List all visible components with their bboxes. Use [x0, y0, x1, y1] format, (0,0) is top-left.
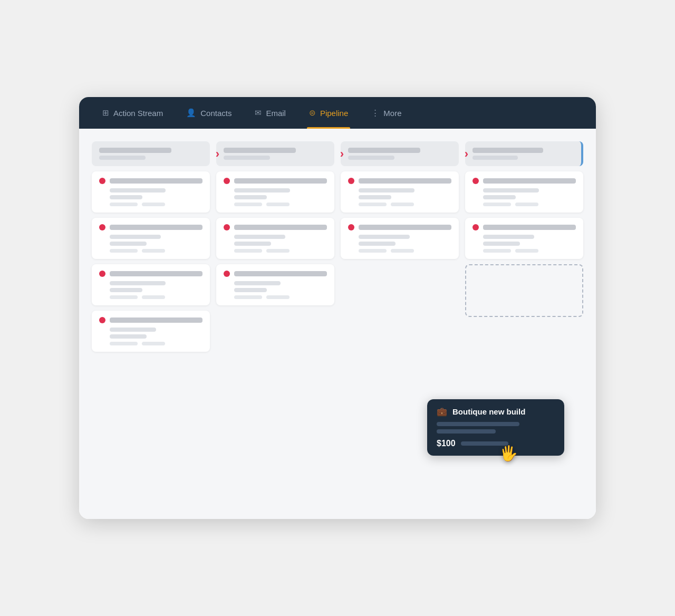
col-header-1: › [92, 141, 210, 166]
card-bottom-line [110, 249, 138, 253]
card-bottom-line [266, 203, 290, 206]
pipeline-card[interactable] [465, 218, 583, 259]
contacts-icon: 👤 [186, 108, 196, 118]
pipeline-card[interactable] [465, 171, 583, 213]
card-bottom-line [110, 203, 138, 206]
card-sub-line [359, 188, 414, 192]
pipeline-card[interactable] [92, 311, 210, 352]
card-sub-line [110, 334, 147, 339]
drag-tooltip: 💼 Boutique new build $100 [427, 399, 564, 456]
col-arrow-2: › [340, 147, 344, 161]
col-header-2: › [216, 141, 334, 166]
nav-label-more: More [383, 109, 401, 118]
card-sub-line [483, 242, 520, 246]
card-sub-line [110, 328, 156, 332]
card-bottom-line [483, 249, 511, 253]
pipeline-column-2: › [216, 141, 334, 357]
pipeline-card[interactable] [216, 171, 334, 213]
card-bottom-line [142, 295, 165, 299]
col-header-line2-4 [472, 156, 518, 160]
nav-label-pipeline: Pipeline [320, 109, 348, 118]
pipeline-card[interactable] [92, 264, 210, 305]
card-dot [348, 224, 354, 230]
app-window: ⊞ Action Stream 👤 Contacts ✉ Email ⊜ Pip… [79, 97, 596, 519]
pipeline-card[interactable] [92, 171, 210, 213]
card-bottom-line [142, 203, 165, 206]
card-bottom-line [110, 295, 138, 299]
card-title-line [483, 178, 576, 184]
col-header-line1-4 [472, 148, 543, 153]
col-header-line1-2 [224, 148, 296, 153]
pipeline-column-3: › [341, 141, 459, 357]
card-sub-line [110, 188, 166, 192]
card-bottom-line [515, 249, 538, 253]
card-bottom-line [110, 342, 138, 345]
card-bottom-line [142, 249, 165, 253]
nav-label-contacts: Contacts [200, 109, 232, 118]
card-sub-line [110, 195, 142, 199]
pipeline-card[interactable] [92, 218, 210, 259]
card-bottom-line [515, 203, 538, 206]
card-sub-line [359, 235, 410, 239]
card-dot [224, 224, 230, 230]
col-header-line1-1 [99, 148, 171, 153]
nav-item-contacts[interactable]: 👤 Contacts [176, 97, 242, 129]
tooltip-line-1 [437, 422, 519, 426]
card-bottom-line [142, 342, 165, 345]
nav-bar: ⊞ Action Stream 👤 Contacts ✉ Email ⊜ Pip… [79, 97, 596, 129]
card-bottom-line [483, 203, 511, 206]
pipeline-column-1: › [92, 141, 210, 357]
card-sub-line [234, 188, 290, 192]
card-bottom-line [234, 203, 262, 206]
pipeline-card[interactable] [216, 264, 334, 305]
card-title-line [110, 178, 202, 184]
card-bottom-line [266, 295, 290, 299]
card-bottom-line [359, 249, 387, 253]
tooltip-line-2 [437, 429, 496, 434]
col-arrow-3: › [465, 147, 468, 161]
card-dot [472, 224, 479, 230]
card-dot [472, 178, 479, 184]
col-header-3: › [341, 141, 459, 166]
nav-item-pipeline[interactable]: ⊜ Pipeline [298, 97, 359, 129]
card-title-line [234, 178, 327, 184]
nav-item-email[interactable]: ✉ Email [244, 97, 296, 129]
card-sub-line [234, 235, 285, 239]
card-dot [99, 317, 105, 323]
col-header-lines-4 [472, 148, 574, 160]
main-content: › [79, 129, 596, 519]
pipeline-column-4 [465, 141, 583, 357]
card-sub-line [359, 195, 391, 199]
card-sub-line [110, 235, 161, 239]
tooltip-header: 💼 Boutique new build [437, 407, 555, 417]
tooltip-price: $100 [437, 439, 456, 448]
pipeline-card[interactable] [216, 218, 334, 259]
pipeline-icon: ⊜ [309, 108, 316, 118]
tooltip-title: Boutique new build [452, 407, 525, 416]
card-title-line [234, 271, 327, 276]
card-sub-line [110, 288, 142, 292]
nav-item-more[interactable]: ⋮ More [361, 97, 412, 129]
tooltip-lines [437, 422, 555, 434]
col-arrow-1: › [216, 147, 219, 161]
nav-label-action-stream: Action Stream [113, 109, 163, 118]
pipeline-card[interactable] [341, 171, 459, 213]
col-header-line1-3 [348, 148, 420, 153]
col-header-line2-3 [348, 156, 394, 160]
card-title-line [359, 178, 451, 184]
card-dot [99, 224, 105, 230]
card-bottom-line [391, 249, 414, 253]
card-sub-line [234, 242, 271, 246]
card-sub-line [483, 195, 516, 199]
card-bottom-line [391, 203, 414, 206]
card-title-line [110, 271, 202, 276]
more-icon: ⋮ [371, 108, 379, 118]
card-title-line [234, 225, 327, 230]
pipeline-card[interactable] [341, 218, 459, 259]
card-title-line [483, 225, 576, 230]
nav-item-action-stream[interactable]: ⊞ Action Stream [92, 97, 173, 129]
action-stream-icon: ⊞ [102, 108, 109, 118]
card-bottom-line [266, 249, 290, 253]
card-dot [99, 178, 105, 184]
card-sub-line [234, 288, 267, 292]
